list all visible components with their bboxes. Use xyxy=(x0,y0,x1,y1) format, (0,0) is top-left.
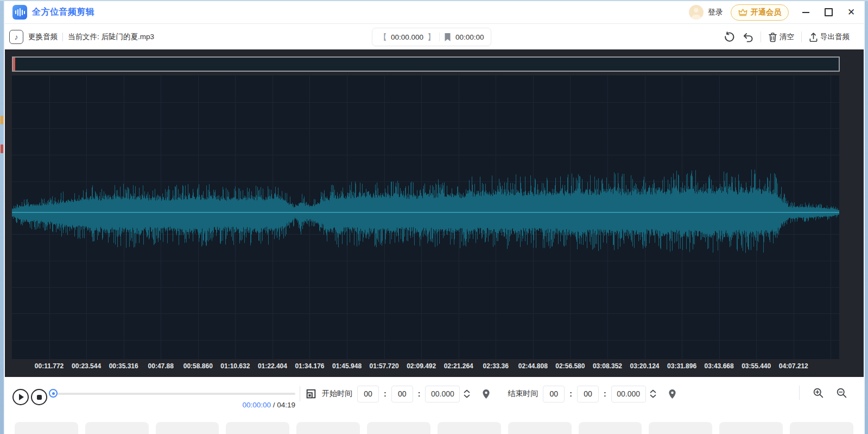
minimize-icon xyxy=(802,12,809,13)
close-button[interactable]: ✕ xyxy=(846,8,856,17)
end-minutes-input[interactable]: 00 xyxy=(577,386,599,402)
change-audio-label[interactable]: 更换音频 xyxy=(28,32,58,42)
time-axis-label: 02:21.264 xyxy=(444,362,473,370)
waveform-canvas[interactable] xyxy=(12,76,839,359)
feature-card[interactable] xyxy=(156,422,219,434)
time-axis-label: 04:07.212 xyxy=(779,362,808,370)
undo-button[interactable] xyxy=(742,32,753,43)
waveform-plot[interactable] xyxy=(12,76,839,359)
zoom-in-icon xyxy=(813,387,824,399)
time-axis: 00:11.77200:23.54400:35.31600:47.8800:58… xyxy=(12,360,839,375)
trash-icon xyxy=(768,32,777,42)
time-axis-label: 00:47.88 xyxy=(148,362,174,370)
time-axis-label: 01:45.948 xyxy=(332,362,362,370)
time-divider: / xyxy=(271,401,277,409)
redo-button[interactable] xyxy=(724,32,735,43)
export-icon xyxy=(809,32,818,42)
slider-handle[interactable] xyxy=(49,389,58,398)
feature-card[interactable] xyxy=(790,422,853,434)
play-button[interactable] xyxy=(12,389,29,405)
export-audio-button[interactable]: 导出音频 xyxy=(809,32,850,42)
maximize-button[interactable] xyxy=(823,8,833,17)
desktop-edge-left xyxy=(0,0,4,434)
select-region-button[interactable] xyxy=(305,388,317,400)
feature-card[interactable] xyxy=(85,422,149,434)
music-note-icon: ♪ xyxy=(15,33,18,41)
user-avatar[interactable] xyxy=(689,5,704,20)
mark-end-button[interactable] xyxy=(668,388,677,400)
feature-card[interactable] xyxy=(719,422,783,434)
divider xyxy=(761,32,761,42)
selection-time-box: 【 00:00.000 】 00:00:00 xyxy=(372,28,491,46)
desktop-icon-fragment xyxy=(1,116,3,124)
zoom-controls xyxy=(799,386,847,400)
colon: : xyxy=(384,389,387,398)
login-button[interactable]: 登录 xyxy=(708,8,723,17)
divider xyxy=(439,33,440,41)
feature-card[interactable] xyxy=(508,422,572,434)
feature-card[interactable] xyxy=(438,422,501,434)
export-label: 导出音频 xyxy=(820,32,850,42)
minimize-button[interactable] xyxy=(801,8,810,17)
transport-bar: 00:00:00 / 04:19 开始时间 00 : 00 : 00.000 xyxy=(5,377,864,419)
time-axis-label: 03:08.352 xyxy=(593,362,622,370)
stop-button[interactable] xyxy=(31,389,47,405)
stop-icon xyxy=(37,395,42,400)
end-seconds-stepper[interactable] xyxy=(650,389,656,398)
app-title: 全方位音频剪辑 xyxy=(32,7,95,18)
maximize-icon xyxy=(825,8,833,16)
desktop-edge-right xyxy=(865,0,868,434)
time-readout: 00:00:00 / 04:19 xyxy=(54,401,295,409)
waveform-panel: 00:11.77200:23.54400:35.31600:47.8800:58… xyxy=(5,49,864,377)
end-hours-input[interactable]: 00 xyxy=(543,386,565,402)
time-axis-label: 01:34.176 xyxy=(295,362,324,370)
time-axis-label: 00:23.544 xyxy=(72,362,101,370)
window-edge-highlight-right xyxy=(864,0,865,434)
title-bar: 全方位音频剪辑 登录 开通会员 ✕ xyxy=(5,1,864,24)
zoom-out-icon xyxy=(836,387,847,399)
chevron-up-icon xyxy=(464,389,470,393)
redo-icon xyxy=(724,32,735,43)
change-audio-button[interactable]: ♪ xyxy=(9,30,23,44)
crown-icon xyxy=(738,8,747,16)
start-minutes-input[interactable]: 00 xyxy=(391,386,413,402)
start-seconds-stepper[interactable] xyxy=(464,389,470,398)
colon: : xyxy=(604,389,606,398)
start-hours-input[interactable]: 00 xyxy=(357,386,379,402)
feature-card[interactable] xyxy=(296,422,360,434)
waveform-minimap[interactable] xyxy=(12,56,840,72)
zoom-out-button[interactable] xyxy=(836,387,847,399)
mark-start-button[interactable] xyxy=(481,388,491,400)
location-pin-icon xyxy=(481,388,491,400)
feature-card[interactable] xyxy=(15,422,78,434)
feature-card[interactable] xyxy=(367,422,430,434)
colon: : xyxy=(569,389,572,398)
feature-card[interactable] xyxy=(649,422,712,434)
clear-label: 清空 xyxy=(780,32,794,42)
trim-controls: 开始时间 00 : 00 : 00.000 结束时间 00 xyxy=(300,385,677,403)
feature-card[interactable] xyxy=(579,422,642,434)
app-window: 全方位音频剪辑 登录 开通会员 ✕ xyxy=(5,1,864,434)
zoom-in-button[interactable] xyxy=(813,387,824,399)
playback-slider[interactable] xyxy=(49,389,295,398)
slider-track[interactable] xyxy=(53,393,295,395)
desktop-icon-fragment xyxy=(1,144,3,153)
time-axis-label: 02:09.492 xyxy=(407,362,436,370)
vip-upgrade-button[interactable]: 开通会员 xyxy=(731,4,789,21)
chevron-up-icon xyxy=(650,389,656,393)
end-seconds-input[interactable]: 00.000 xyxy=(611,386,646,402)
start-seconds-input[interactable]: 00.000 xyxy=(425,386,460,402)
current-file-label: 当前文件: 后陡门的夏.mp3 xyxy=(68,32,154,42)
select-region-icon xyxy=(305,388,317,400)
time-axis-label: 01:10.632 xyxy=(220,362,250,370)
time-axis-label: 01:57.720 xyxy=(370,362,399,370)
divider xyxy=(801,32,802,42)
undo-icon xyxy=(742,32,753,43)
close-icon: ✕ xyxy=(847,7,855,18)
divider xyxy=(300,386,300,401)
time-axis-label: 03:55.440 xyxy=(742,362,771,370)
time-axis-label: 03:43.668 xyxy=(705,362,734,370)
feature-card[interactable] xyxy=(226,422,289,434)
clear-button[interactable]: 清空 xyxy=(768,32,794,42)
minimap-position-marker[interactable] xyxy=(13,58,15,71)
